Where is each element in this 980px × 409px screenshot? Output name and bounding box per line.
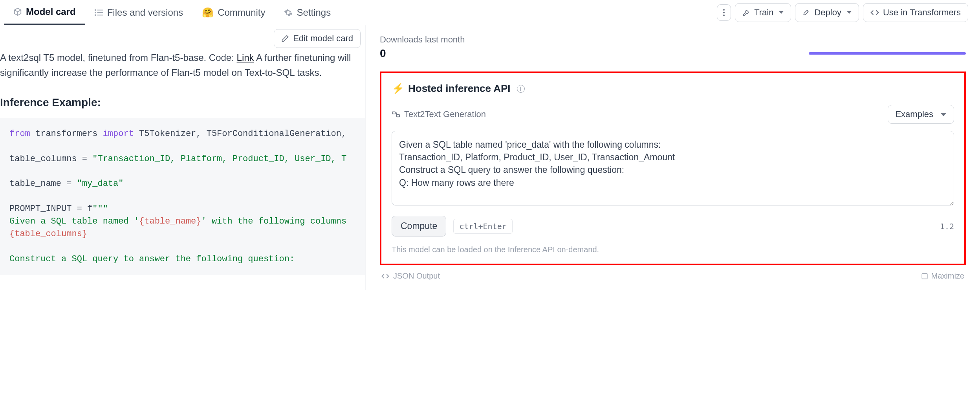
cube-icon: [13, 7, 22, 16]
desc-prefix: A text2sql T5 model, finetuned from Flan…: [0, 52, 237, 63]
tabs-right: Train Deploy Use in Transformers: [717, 3, 976, 22]
button-label: Deploy: [814, 7, 841, 18]
tab-model-card[interactable]: Model card: [4, 0, 85, 25]
code-token: import: [103, 129, 134, 139]
code-token: table_columns =: [9, 154, 92, 164]
inference-footer: JSON Output Maximize: [380, 271, 966, 281]
inference-header: ⚡ Hosted inference API i: [392, 83, 954, 95]
code-token: "my_data": [77, 179, 124, 189]
button-label: Train: [754, 7, 773, 18]
code-icon: [381, 273, 389, 279]
shortcut-hint: ctrl+Enter: [453, 219, 512, 234]
code-token: """: [92, 204, 108, 214]
rocket-icon: [802, 9, 810, 17]
code-example: from transformers import T5Tokenizer, T5…: [0, 118, 365, 275]
svg-point-6: [723, 9, 725, 11]
svg-rect-9: [392, 112, 395, 114]
tab-community[interactable]: 🤗 Community: [192, 0, 275, 25]
svg-point-7: [723, 12, 725, 13]
code-token: "Transaction_ID, Platform, Product_ID, U…: [92, 154, 346, 164]
button-label: Examples: [895, 109, 933, 119]
tab-bar: Model card Files and versions 🤗 Communit…: [0, 0, 980, 25]
tool-icon: [742, 9, 750, 17]
code-token: PROMPT_INPUT = f: [9, 204, 92, 214]
svg-rect-2: [95, 12, 96, 13]
svg-rect-1: [97, 9, 103, 10]
deploy-button[interactable]: Deploy: [795, 3, 859, 22]
svg-rect-4: [95, 14, 96, 16]
model-card-content: A text2sql T5 model, finetuned from Flan…: [0, 25, 365, 275]
train-button[interactable]: Train: [735, 3, 791, 22]
examples-dropdown[interactable]: Examples: [888, 105, 954, 124]
code-token: Construct a SQL query to answer the foll…: [9, 254, 295, 264]
tab-label: Settings: [297, 7, 331, 18]
svg-point-8: [723, 15, 725, 16]
tab-files[interactable]: Files and versions: [85, 0, 192, 25]
downloads-label: Downloads last month: [380, 35, 966, 45]
tabs-left: Model card Files and versions 🤗 Communit…: [4, 0, 340, 25]
use-in-transformers-button[interactable]: Use in Transformers: [863, 3, 968, 22]
edit-model-card-button[interactable]: Edit model card: [274, 29, 361, 48]
hosted-inference-panel: ⚡ Hosted inference API i Text2Text Gener…: [380, 72, 966, 265]
button-label: Edit model card: [293, 33, 353, 44]
description: A text2sql T5 model, finetuned from Flan…: [0, 50, 354, 81]
right-column: Downloads last month 0 ⚡ Hosted inferenc…: [365, 25, 980, 290]
heading-inference-example: Inference Example:: [0, 96, 365, 109]
svg-rect-11: [922, 273, 927, 279]
button-label: Use in Transformers: [883, 7, 961, 18]
code-token: ' with the following columns: [201, 216, 347, 226]
code-token: from: [9, 129, 30, 139]
tab-label: Files and versions: [107, 7, 183, 18]
maximize-button[interactable]: Maximize: [921, 271, 964, 281]
svg-rect-3: [97, 12, 103, 13]
code-token: table_name =: [9, 179, 77, 189]
tab-label: Community: [218, 7, 265, 18]
code-token: T5Tokenizer, T5ForConditionalGeneration,: [134, 129, 346, 139]
caret-down-icon: [847, 11, 852, 14]
code-token: Given a SQL table named ': [9, 216, 139, 226]
main: Edit model card A text2sql T5 model, fin…: [0, 25, 980, 290]
task-row: Text2Text Generation Examples: [392, 105, 954, 124]
info-icon[interactable]: i: [517, 85, 525, 93]
code-link[interactable]: Link: [237, 52, 254, 63]
code-token: transformers: [30, 129, 103, 139]
compute-button[interactable]: Compute: [392, 216, 446, 237]
footer-label: Maximize: [931, 271, 964, 281]
chevron-down-icon: [940, 113, 947, 116]
left-column: Edit model card A text2sql T5 model, fin…: [0, 25, 365, 290]
compute-row: Compute ctrl+Enter 1.2: [392, 216, 954, 237]
downloads-count: 0: [380, 47, 386, 60]
bolt-icon: ⚡: [392, 83, 404, 95]
svg-rect-5: [97, 15, 103, 15]
code-token: {table_name}: [139, 216, 201, 226]
timing-label: 1.2: [940, 222, 954, 231]
code-icon: [870, 9, 879, 16]
pencil-icon: [281, 35, 289, 42]
inference-title: Hosted inference API: [408, 83, 511, 95]
gear-icon: [284, 8, 293, 17]
tab-settings[interactable]: Settings: [275, 0, 340, 25]
caret-down-icon: [779, 11, 784, 14]
task-label[interactable]: Text2Text Generation: [392, 109, 486, 119]
text2text-icon: [392, 110, 400, 119]
load-message: This model can be loaded on the Inferenc…: [392, 245, 954, 254]
tab-label: Model card: [26, 6, 76, 17]
svg-rect-10: [397, 115, 399, 117]
footer-label: JSON Output: [393, 271, 440, 281]
prompt-input[interactable]: [392, 131, 954, 205]
more-vertical-icon: [723, 9, 725, 17]
maximize-icon: [921, 273, 928, 280]
downloads-section: Downloads last month 0: [380, 35, 966, 60]
list-icon: [95, 9, 103, 16]
community-icon: 🤗: [202, 7, 214, 18]
more-button[interactable]: [717, 4, 731, 21]
svg-rect-0: [95, 9, 96, 11]
task-name: Text2Text Generation: [404, 109, 486, 119]
code-token: {table_columns}: [9, 229, 87, 239]
downloads-sparkline: [809, 52, 966, 55]
downloads-row: 0: [380, 47, 966, 60]
json-output-toggle[interactable]: JSON Output: [381, 271, 440, 281]
